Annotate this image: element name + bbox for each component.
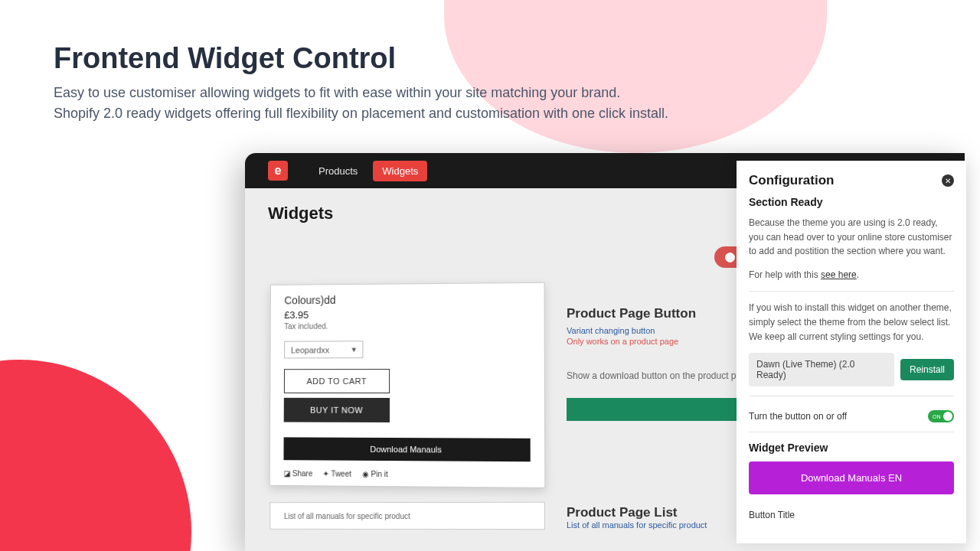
button-title-label: Button Title — [749, 510, 954, 520]
preview-tax: Tax included. — [284, 321, 530, 331]
hero-desc-1: Easy to use customiser allowing widgets … — [54, 83, 926, 103]
app-logo[interactable]: e — [268, 161, 288, 181]
toggle-knob — [943, 412, 952, 421]
install-text: If you wish to install this widget on an… — [749, 301, 954, 344]
hero-title: Frontend Widget Control — [54, 42, 926, 75]
tweet-icon[interactable]: ✦ Tweet — [323, 469, 351, 478]
theme-select[interactable]: Dawn (Live Theme) (2.0 Ready) — [749, 353, 894, 386]
hero-desc-2: Shopify 2.0 ready widgets offering full … — [54, 103, 926, 124]
preview-buy-now[interactable]: BUY IT NOW — [284, 398, 390, 422]
help-link[interactable]: see here — [821, 269, 857, 280]
preview-social: ◪ Share ✦ Tweet ◉ Pin it — [283, 469, 530, 480]
configuration-panel: Configuration ✕ Section Ready Because th… — [737, 161, 966, 543]
config-title: Configuration — [749, 173, 834, 188]
nav-products[interactable]: Products — [309, 161, 367, 181]
preview-product-title: Colours)dd — [284, 292, 530, 306]
widget-preview-heading: Widget Preview — [749, 442, 954, 454]
toggle-label: Turn the button on or off — [749, 411, 847, 422]
product-preview-card-2: List of all manuals for specific product — [270, 502, 545, 530]
info-icon: i — [725, 253, 735, 262]
product-preview-card: Colours)dd £3.95 Tax included. Leopardxx… — [270, 282, 546, 488]
preview-price: £3.95 — [284, 308, 530, 321]
pin-icon[interactable]: ◉ Pin it — [362, 470, 388, 478]
section-ready-text: Because the theme you are using is 2.0 r… — [749, 216, 954, 259]
section-ready-heading: Section Ready — [749, 196, 954, 208]
preview-variant-select[interactable]: Leopardxx ▾ — [284, 341, 364, 358]
preview-download-button[interactable]: Download Manauls — [283, 437, 530, 461]
preview-add-to-cart[interactable]: ADD TO CART — [284, 369, 390, 393]
nav-widgets[interactable]: Widgets — [373, 161, 427, 181]
help-text: For help with this see here. — [749, 268, 954, 282]
reinstall-button[interactable]: Reinstall — [900, 359, 954, 380]
hero-section: Frontend Widget Control Easy to use cust… — [0, 0, 980, 139]
button-toggle[interactable]: ON — [928, 410, 954, 422]
share-icon[interactable]: ◪ Share — [283, 469, 312, 478]
chevron-down-icon: ▾ — [352, 344, 357, 354]
close-icon[interactable]: ✕ — [942, 174, 954, 187]
widget-preview-button[interactable]: Download Manuals EN — [749, 461, 954, 494]
